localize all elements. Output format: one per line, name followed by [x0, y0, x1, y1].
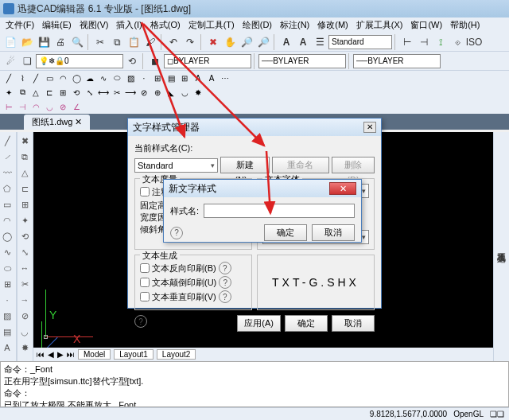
table-icon[interactable]: ⊞ — [178, 72, 191, 84]
new-icon[interactable]: 📄 — [2, 34, 18, 50]
xline-tool-icon[interactable]: ⟋ — [0, 150, 14, 164]
erase-tool-icon[interactable]: ✖ — [17, 134, 32, 148]
erase-icon[interactable]: ✖ — [205, 34, 221, 50]
menu-window[interactable]: 窗口(W) — [406, 18, 446, 33]
model-tab[interactable]: Model — [78, 349, 111, 360]
undo-icon[interactable]: ↶ — [165, 34, 181, 50]
line-tool-icon[interactable]: ╱ — [0, 134, 14, 148]
help-icon[interactable]: ? — [170, 227, 183, 239]
layers-icon[interactable]: ☄ — [2, 53, 18, 69]
ok-button[interactable]: 确定 — [285, 315, 328, 332]
cancel-button[interactable]: 取消 — [312, 224, 355, 241]
copy-icon[interactable]: ⧉ — [109, 34, 125, 50]
layerprev-icon[interactable]: ⟲ — [124, 53, 140, 69]
ellipse-icon[interactable]: ⬭ — [111, 72, 123, 84]
rect-icon[interactable]: ▭ — [43, 72, 56, 84]
point-icon[interactable]: · — [138, 72, 150, 84]
copy2-icon[interactable]: ⧉ — [16, 87, 29, 99]
vertical-check[interactable]: 文本垂直印刷(V) ? — [140, 290, 247, 303]
hatch-tool-icon[interactable]: ▨ — [0, 309, 14, 323]
layout1-tab[interactable]: Layout1 — [114, 349, 153, 360]
delete-style-button[interactable]: 删除(D) — [332, 157, 375, 173]
layout2-tab[interactable]: Layout2 — [157, 349, 196, 360]
rotate-tool-icon[interactable]: ⟲ — [17, 229, 32, 243]
stylename-input[interactable] — [204, 204, 355, 218]
stretch-tool-icon[interactable]: ↔ — [17, 261, 32, 275]
point-tool-icon[interactable]: · — [0, 293, 14, 307]
tabnav-first-icon[interactable]: ⏮ — [37, 350, 45, 359]
dim3-icon[interactable]: ⟟ — [433, 34, 449, 50]
tabnav-prev-icon[interactable]: ◀ — [48, 350, 54, 359]
arc-tool-icon[interactable]: ◠ — [0, 213, 14, 228]
xline-icon[interactable]: ╱ — [29, 72, 42, 84]
color-dropdown[interactable]: ◻ BYLAYER — [164, 54, 251, 68]
move-icon[interactable]: ✦ — [2, 87, 15, 99]
dim-icon[interactable]: ⊢ — [399, 34, 415, 50]
save-icon[interactable]: 💾 — [36, 34, 52, 50]
dim4-icon[interactable]: ⟐ — [449, 34, 465, 50]
tabnav-next-icon[interactable]: ▶ — [57, 350, 64, 359]
stretch-icon[interactable]: ⟷ — [97, 87, 110, 99]
apply-button[interactable]: 应用(A) — [237, 315, 281, 332]
fillet-tool-icon[interactable]: ◡ — [17, 325, 32, 339]
chamfer-icon[interactable]: ◣ — [165, 87, 177, 99]
paste-icon[interactable]: 📋 — [126, 34, 142, 50]
extend-tool-icon[interactable]: → — [17, 293, 32, 307]
hatch-icon[interactable]: ▨ — [124, 72, 137, 84]
pline-tool-icon[interactable]: 〰 — [0, 165, 14, 180]
open-icon[interactable]: 📂 — [19, 34, 35, 50]
rect-tool-icon[interactable]: ▭ — [0, 197, 14, 212]
dim2-icon[interactable]: ⊣ — [416, 34, 432, 50]
close-icon[interactable]: ✕ — [329, 182, 356, 195]
cloud-icon[interactable]: ☁ — [84, 72, 96, 84]
block-icon[interactable]: ⊞ — [151, 72, 164, 84]
array-icon[interactable]: ⊞ — [56, 87, 69, 99]
mirror-icon[interactable]: △ — [29, 87, 42, 99]
current-style-combo[interactable]: Standard — [134, 158, 218, 173]
dimarc-icon[interactable]: ◠ — [29, 101, 42, 113]
rename-style-button[interactable]: 重命名(R)... — [272, 157, 329, 173]
help-icon[interactable]: ? — [134, 315, 147, 328]
list-icon[interactable]: ☰ — [312, 34, 328, 50]
preview-icon[interactable]: 🔍 — [69, 34, 85, 50]
ok-button[interactable]: 确定 — [264, 224, 307, 241]
tabnav-last-icon[interactable]: ⏭ — [67, 350, 75, 359]
text-tool-icon[interactable]: A — [0, 340, 14, 355]
offset-tool-icon[interactable]: ⊏ — [17, 181, 32, 196]
menu-insert[interactable]: 插入(I) — [112, 18, 146, 33]
text-a2-icon[interactable]: A — [295, 34, 311, 50]
extend-icon[interactable]: ⟶ — [124, 87, 137, 99]
move-tool-icon[interactable]: ✦ — [17, 213, 32, 228]
break-icon[interactable]: ⊘ — [138, 87, 150, 99]
fillet-icon[interactable]: ◡ — [178, 87, 191, 99]
pline-icon[interactable]: ⌇ — [16, 72, 29, 84]
upside-check[interactable]: 文本颠倒印刷(U) ? — [140, 276, 247, 289]
trim-tool-icon[interactable]: ✂ — [17, 277, 32, 291]
cancel-button[interactable]: 取消 — [332, 315, 375, 332]
color-icon[interactable]: ◼ — [147, 53, 163, 69]
explode-icon[interactable]: ✸ — [192, 87, 204, 99]
rotate-icon[interactable]: ⟲ — [70, 87, 83, 99]
print-icon[interactable]: 🖨 — [52, 34, 68, 50]
more-icon[interactable]: ⋯ — [219, 72, 231, 84]
cut-icon[interactable]: ✂ — [92, 34, 108, 50]
zoom-icon[interactable]: 🔎 — [239, 34, 254, 50]
explode-tool-icon[interactable]: ✸ — [17, 340, 32, 355]
layer-dropdown[interactable]: 💡❄🔒 0 — [36, 54, 123, 68]
arc-icon[interactable]: ◠ — [56, 72, 69, 84]
break-tool-icon[interactable]: ⊘ — [17, 309, 32, 323]
iso-icon[interactable]: ISO — [466, 34, 482, 50]
mirror-tool-icon[interactable]: △ — [17, 165, 32, 180]
mtext-icon[interactable]: A — [192, 72, 204, 84]
dimang-icon[interactable]: ∠ — [70, 101, 83, 113]
text-icon[interactable]: A — [205, 72, 218, 84]
spline-tool-icon[interactable]: ∿ — [0, 245, 14, 259]
block-tool-icon[interactable]: ⊞ — [0, 277, 14, 291]
join-icon[interactable]: ⊕ — [151, 87, 164, 99]
menu-file[interactable]: 文件(F) — [2, 18, 38, 33]
array-tool-icon[interactable]: ⊞ — [17, 197, 32, 212]
scale-tool-icon[interactable]: ⤡ — [17, 245, 32, 259]
ellipse-tool-icon[interactable]: ⬭ — [0, 261, 14, 275]
text-a-icon[interactable]: A — [278, 34, 294, 50]
dimalg-icon[interactable]: ⊣ — [16, 101, 29, 113]
